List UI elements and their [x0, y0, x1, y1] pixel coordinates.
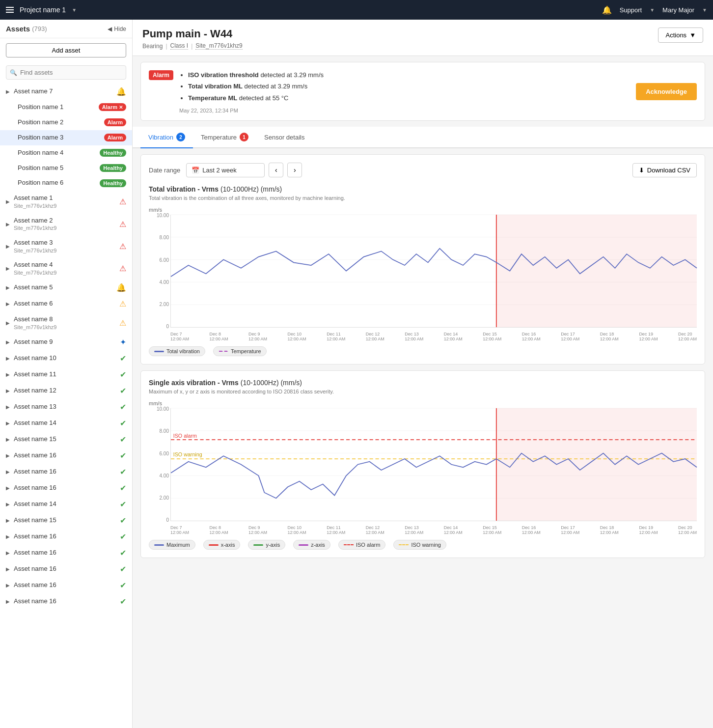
date-select[interactable]: 📅 Last 2 week — [186, 163, 265, 177]
status-icon: ✔ — [120, 597, 126, 606]
status-badge: Healthy — [100, 149, 126, 157]
list-item[interactable]: ▶ Asset name 16 ✔ — [0, 545, 132, 561]
search-icon: 🔍 — [10, 69, 17, 76]
legend-iso-warning[interactable]: ISO warning — [393, 540, 446, 550]
chart2-area: ISO alarm ISO warning 10.00 8.00 6.00 4.… — [170, 408, 697, 521]
list-item[interactable]: ▶ Asset name 9 ✦ — [0, 334, 132, 350]
alarm-item: ISO vibration threshold detected at 3.29… — [188, 69, 324, 81]
list-item[interactable]: ▶ Asset name 14 ✔ — [0, 415, 132, 431]
legend-temperature[interactable]: Temperature — [213, 346, 267, 356]
chart2-wrapper: ISO alarm ISO warning 10.00 8.00 6.00 4.… — [170, 408, 697, 535]
legend-x-axis[interactable]: x-axis — [203, 540, 241, 550]
date-next-button[interactable]: › — [287, 163, 302, 177]
expand-icon: ▶ — [6, 388, 10, 393]
list-item[interactable]: ▶ Asset name 7 🔔 — [0, 84, 132, 100]
tab-vibration[interactable]: Vibration 2 — [140, 127, 193, 148]
svg-rect-6 — [496, 215, 697, 327]
status-badge: Healthy — [100, 179, 126, 187]
legend-z-axis[interactable]: z-axis — [293, 540, 330, 550]
svg-text:ISO warning: ISO warning — [173, 452, 202, 458]
status-icon: ✔ — [120, 402, 126, 412]
status-icon: ⚠ — [119, 220, 126, 229]
status-icon: 🔔 — [116, 87, 126, 96]
search-input[interactable] — [6, 65, 126, 80]
legend-total-vibration[interactable]: Total vibration — [149, 346, 205, 356]
chevron-down-icon: ▼ — [702, 7, 707, 13]
alarm-tag: Alarm — [149, 70, 173, 80]
list-item[interactable]: ▶ Asset name 3Site_m776v1khz9 ⚠ — [0, 235, 132, 257]
chart1-x-labels: Dec 712:00 AM Dec 812:00 AM Dec 912:00 A… — [170, 332, 697, 341]
status-icon: ✔ — [120, 516, 126, 525]
list-item[interactable]: ▶ Asset name 15 ✔ — [0, 431, 132, 448]
status-icon: ✔ — [120, 451, 126, 460]
list-item[interactable]: ▶ Asset name 13 ✔ — [0, 399, 132, 415]
list-item[interactable]: ▶ Asset name 2Site_m776v1khz9 ⚠ — [0, 213, 132, 235]
list-item[interactable]: Position name 1 Alarm ✕ — [0, 100, 132, 115]
meta-site[interactable]: Site_m776v1khz9 — [195, 42, 242, 50]
status-icon: ✔ — [120, 483, 126, 493]
user-menu[interactable]: Mary Major — [662, 6, 694, 14]
status-icon: ✦ — [120, 337, 126, 347]
list-item[interactable]: Position name 4 Healthy — [0, 145, 132, 161]
expand-icon: ▶ — [6, 534, 10, 539]
meta-type: Bearing — [142, 43, 163, 50]
expand-icon: ▶ — [6, 339, 10, 345]
list-item[interactable]: ▶ Asset name 4Site_m776v1khz9 ⚠ — [0, 257, 132, 280]
legend-maximum[interactable]: Maximum — [149, 540, 195, 550]
chart1-title: Total vibration - Vrms (10-1000Hz) (mm/s… — [149, 185, 697, 193]
status-icon: ⚠ — [119, 242, 126, 251]
alarm-item: Temperature ML detected at 55 °C — [188, 92, 324, 104]
list-item[interactable]: ▶ Asset name 16 ✔ — [0, 577, 132, 593]
list-item[interactable]: ▶ Asset name 1Site_m776v1khz9 ⚠ — [0, 191, 132, 213]
list-item[interactable]: Position name 2 Alarm — [0, 115, 132, 130]
list-item[interactable]: ▶ Asset name 16 ✔ — [0, 480, 132, 496]
tab-sensor-details[interactable]: Sensor details — [256, 127, 312, 148]
expand-icon: ▶ — [6, 199, 10, 204]
sidebar-hide-button[interactable]: ◀ Hide — [108, 26, 126, 32]
project-name[interactable]: Project name 1 — [20, 6, 66, 14]
list-item[interactable]: ▶ Asset name 16 ✔ — [0, 593, 132, 610]
download-csv-button[interactable]: ⬇ Download CSV — [632, 163, 697, 177]
hamburger-menu[interactable] — [6, 7, 14, 13]
list-item[interactable]: ▶ Asset name 16 ✔ — [0, 561, 132, 577]
list-item[interactable]: Position name 6 Healthy — [0, 175, 132, 191]
list-item[interactable]: ▶ Asset name 15 ✔ — [0, 512, 132, 529]
status-badge: Healthy — [100, 164, 126, 172]
expand-icon: ▶ — [6, 320, 10, 326]
list-item[interactable]: ▶ Asset name 16 ✔ — [0, 464, 132, 480]
list-item[interactable]: ▶ Asset name 5 🔔 — [0, 280, 132, 296]
list-item[interactable]: ▶ Asset name 14 ✔ — [0, 496, 132, 512]
status-icon: ✔ — [120, 435, 126, 444]
add-asset-button[interactable]: Add asset — [6, 43, 126, 57]
support-button[interactable]: Support — [620, 6, 642, 14]
tabs-bar: Vibration 2 Temperature 1 Sensor details — [133, 127, 713, 148]
calendar-icon: 📅 — [192, 167, 199, 174]
list-item[interactable]: ▶ Asset name 12 ✔ — [0, 383, 132, 399]
sidebar: Assets (793) ◀ Hide Add asset 🔍 ▶ Asset … — [0, 20, 133, 728]
tab-temperature[interactable]: Temperature 1 — [193, 127, 256, 148]
list-item[interactable]: ▶ Asset name 10 ✔ — [0, 350, 132, 366]
chart-total-vibration: Date range 📅 Last 2 week ‹ › ⬇ Download … — [140, 154, 705, 364]
list-item[interactable]: ▶ Asset name 11 ✔ — [0, 366, 132, 383]
list-item[interactable]: Position name 3 Alarm — [0, 130, 132, 145]
bell-icon[interactable]: 🔔 — [602, 5, 612, 15]
list-item[interactable]: ▶ Asset name 6 ⚠ — [0, 296, 132, 312]
expand-icon: ▶ — [6, 453, 10, 458]
expand-icon: ▶ — [6, 404, 10, 410]
legend-y-axis[interactable]: y-axis — [248, 540, 285, 550]
actions-button[interactable]: Actions ▼ — [658, 28, 703, 43]
list-item[interactable]: ▶ Asset name 16 ✔ — [0, 529, 132, 545]
asset-list: ▶ Asset name 7 🔔 Position name 1 Alarm ✕… — [0, 84, 132, 728]
legend-iso-alarm[interactable]: ISO alarm — [338, 540, 386, 550]
download-icon: ⬇ — [639, 167, 644, 174]
list-item[interactable]: ▶ Asset name 16 ✔ — [0, 448, 132, 464]
alarm-item: Total vibration ML detected at 3.29 mm/s — [188, 81, 324, 92]
list-item[interactable]: ▶ Asset name 8Site_m776v1khz9 ⚠ — [0, 312, 132, 334]
list-item[interactable]: Position name 5 Healthy — [0, 161, 132, 176]
expand-icon: ▶ — [6, 502, 10, 507]
expand-icon: ▶ — [6, 469, 10, 475]
meta-class[interactable]: Class I — [170, 42, 189, 50]
date-prev-button[interactable]: ‹ — [269, 163, 283, 177]
acknowledge-button[interactable]: Acknowledge — [636, 83, 697, 100]
status-icon: ⚠ — [119, 197, 126, 206]
